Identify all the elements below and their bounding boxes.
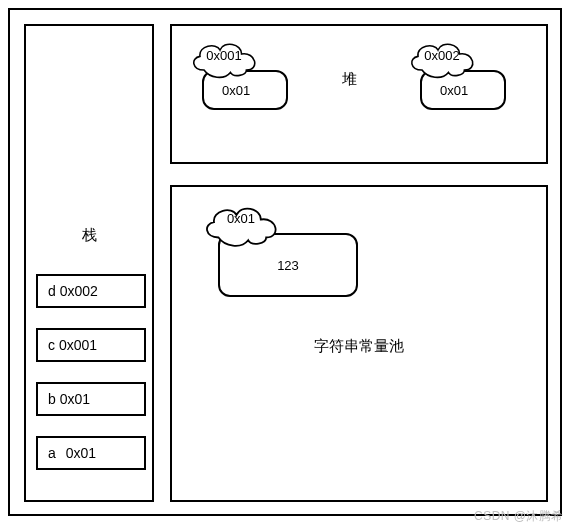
stack-panel: 栈 d 0x002 c 0x001 b 0x01 a 0x01 (24, 24, 154, 502)
heap-object-addr: 0x002 (402, 48, 482, 63)
cloud-icon: 0x01 (196, 197, 286, 251)
stack-var-label: a (48, 445, 56, 461)
stack-entry-c: c 0x001 (36, 328, 146, 362)
stack-var-label: d (48, 283, 56, 299)
stack-var-addr: 0x01 (66, 445, 96, 461)
heap-title: 堆 (342, 70, 357, 89)
string-constant-pool-panel: 字符串常量池 0x01 123 (170, 185, 548, 502)
stack-entry-b: b 0x01 (36, 382, 146, 416)
stack-title: 栈 (26, 226, 152, 245)
cloud-icon: 0x001 (184, 34, 264, 82)
memory-diagram-outer: 栈 d 0x002 c 0x001 b 0x01 a 0x01 堆 0x001 … (8, 8, 562, 516)
stack-entry-d: d 0x002 (36, 274, 146, 308)
heap-object-addr: 0x001 (184, 48, 264, 63)
watermark: CSDN @沐腾希 (474, 508, 564, 525)
stack-var-label: c (48, 337, 55, 353)
stack-entry-a: a 0x01 (36, 436, 146, 470)
scp-value: 123 (277, 258, 299, 273)
heap-object-value: 0x01 (222, 83, 250, 98)
stack-var-addr: 0x01 (60, 391, 90, 407)
heap-panel: 堆 0x001 0x01 0x002 0x01 (170, 24, 548, 164)
stack-var-addr: 0x001 (59, 337, 97, 353)
cloud-icon: 0x002 (402, 34, 482, 82)
scp-title: 字符串常量池 (172, 337, 546, 356)
heap-object-value: 0x01 (440, 83, 468, 98)
scp-addr: 0x01 (196, 211, 286, 226)
stack-var-label: b (48, 391, 56, 407)
stack-var-addr: 0x002 (60, 283, 98, 299)
